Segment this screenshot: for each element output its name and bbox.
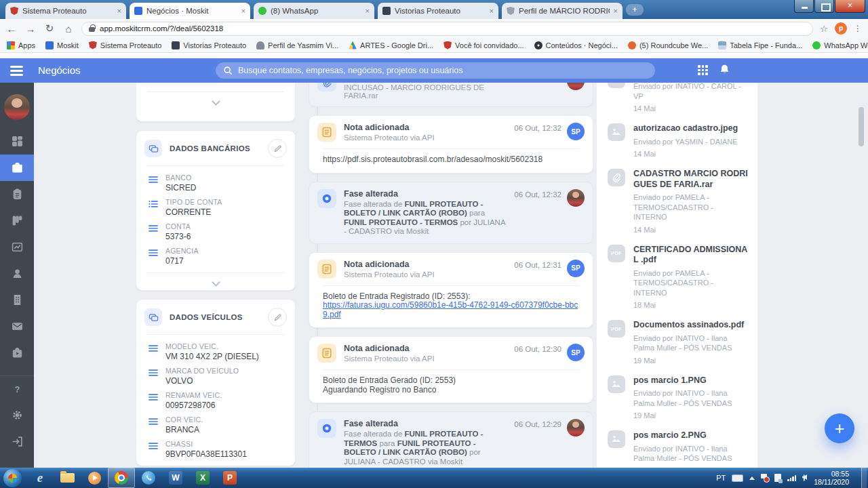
file-name[interactable]: pos marcio 1.PNG xyxy=(633,375,748,386)
apps-grid-icon[interactable] xyxy=(698,65,708,75)
browser-tab[interactable]: (8) WhatsApp× xyxy=(254,3,374,19)
file-item[interactable]: PDFDocumentos assinados.pdfEnviado por I… xyxy=(597,312,757,368)
back-icon[interactable]: ← xyxy=(5,23,18,35)
timeline-entry-fase[interactable]: Fase alteradaFase alterada de FUNIL PROT… xyxy=(309,411,593,468)
add-fab-button[interactable]: + xyxy=(825,413,854,443)
language-indicator[interactable]: PT xyxy=(716,474,726,482)
user-avatar[interactable] xyxy=(4,94,30,120)
tab-close-icon[interactable]: × xyxy=(490,7,494,15)
bookmark-item[interactable]: Tabela Fipe - Funda... xyxy=(718,41,802,49)
bookmark-item[interactable]: Perfil de Yasmim Vi... xyxy=(256,41,338,49)
field-row[interactable]: TIPO DE CONTACORRENTE xyxy=(144,198,287,217)
forward-icon[interactable]: → xyxy=(24,23,37,35)
timeline-entry-fase[interactable]: Fase alteradaFase alterada de FUNIL PROT… xyxy=(309,182,593,244)
bookmark-item[interactable]: Você foi convidado... xyxy=(443,41,524,49)
bookmark-item[interactable]: Moskit xyxy=(45,41,79,49)
taskbar-chrome-icon[interactable] xyxy=(108,468,135,488)
file-item[interactable]: pos marcio 1.PNGEnviado por INATIVO - Il… xyxy=(597,368,757,424)
bookmark-star-icon[interactable]: ☆ xyxy=(820,24,828,34)
menu-dots-icon[interactable]: ⋮ xyxy=(854,24,863,33)
keyboard-icon[interactable] xyxy=(732,474,743,482)
browser-tab[interactable]: Negócios · Moskit× xyxy=(130,3,250,19)
file-item[interactable]: CADASTRO MARCIO RODRIGUES DE FARIA.rarEn… xyxy=(597,161,757,237)
search-input[interactable] xyxy=(238,66,648,75)
action-center-flag-icon[interactable] xyxy=(761,474,768,482)
browser-tab[interactable]: Vistorias Proteauto× xyxy=(378,3,498,19)
field-row[interactable]: MARCA DO VEÍCULOVOLVO xyxy=(144,367,287,386)
tab-close-icon[interactable]: × xyxy=(241,7,245,15)
new-tab-button[interactable]: + xyxy=(626,4,644,16)
timeline-entry-note[interactable]: Nota adicionadaSistema Proteauto via API… xyxy=(309,115,593,174)
sidebar-item-reports[interactable] xyxy=(0,234,34,260)
tab-close-icon[interactable]: × xyxy=(614,7,618,15)
sidebar-item-deals[interactable] xyxy=(0,155,34,181)
taskbar-clock[interactable]: 08:55 18/11/2020 xyxy=(814,470,849,487)
network-signal-icon[interactable] xyxy=(787,475,796,481)
url-text[interactable]: app.moskitcrm.com/?/deal/5602318 xyxy=(100,24,223,33)
field-row[interactable]: AGENCIA0717 xyxy=(144,247,287,266)
chevron-down-icon[interactable] xyxy=(212,278,220,287)
edit-pencil-button[interactable] xyxy=(268,139,287,158)
file-name[interactable]: pos marcio 2.PNG xyxy=(633,430,748,441)
sidebar-item-logout[interactable] xyxy=(0,428,34,455)
field-row[interactable]: BANCOSICRED xyxy=(144,174,287,192)
sidebar-item-companies[interactable] xyxy=(0,287,34,313)
bookmark-item[interactable]: Apps xyxy=(7,41,35,49)
tray-expand-icon[interactable] xyxy=(749,476,755,480)
field-row[interactable]: MODELO VEIC.VM 310 4X2 2P (DIESEL) xyxy=(144,342,287,361)
notifications-bell-icon[interactable] xyxy=(719,64,730,78)
timeline-entry-note[interactable]: Nota adicionadaSistema Proteauto via API… xyxy=(309,336,593,403)
sidebar-item-dashboard[interactable] xyxy=(0,128,34,155)
bookmark-item[interactable]: Conteúdos · Negóci... xyxy=(534,41,618,49)
start-button[interactable] xyxy=(3,469,22,487)
close-button[interactable]: × xyxy=(835,0,865,13)
taskbar-excel-icon[interactable]: X xyxy=(189,468,216,488)
bookmark-item[interactable]: Sistema Proteauto xyxy=(89,41,162,49)
global-search[interactable] xyxy=(216,62,655,79)
sidebar-item-tasks[interactable] xyxy=(0,181,34,207)
file-item[interactable]: pos marcio 2.PNGEnviado por INATIVO - Il… xyxy=(597,423,757,468)
tray-document-icon[interactable] xyxy=(774,474,781,482)
maximize-button[interactable] xyxy=(814,0,834,13)
profile-avatar[interactable]: p xyxy=(835,22,847,35)
taskbar-phone-icon[interactable] xyxy=(135,468,162,488)
sidebar-item-products[interactable] xyxy=(0,340,34,366)
timeline-entry-file[interactable]: Arquivo adicionadoINCLUSAO - MARCIO RODR… xyxy=(309,83,593,107)
note-link[interactable]: https://faturas.iugu.com/59860b1e-415b-4… xyxy=(323,300,578,319)
file-name[interactable]: CADASTRO MARCIO RODRIGUES DE FARIA.rar xyxy=(633,169,748,190)
taskbar-word-icon[interactable]: W xyxy=(162,468,189,488)
sidebar-item-help[interactable]: ? xyxy=(0,375,34,402)
field-row[interactable]: RENAVAM VEIC.00957298706 xyxy=(144,391,287,410)
file-item-partial[interactable]: Enviado por INATIVO - CAROL - VP14 Mai xyxy=(597,83,757,116)
page-scrollbar[interactable] xyxy=(859,107,864,146)
browser-tab[interactable]: Sistema Proteauto× xyxy=(5,3,126,19)
file-item[interactable]: PDFCERTIFICADO ADMISSIONAL .pdfEnviado p… xyxy=(597,237,757,313)
file-name[interactable]: Documentos assinados.pdf xyxy=(633,320,748,331)
address-bar[interactable]: app.moskitcrm.com/?/deal/5602318 xyxy=(81,22,813,36)
sidebar-item-contacts[interactable] xyxy=(0,260,34,287)
bookmark-item[interactable]: Vistorias Proteauto xyxy=(172,41,246,49)
field-row[interactable]: COR VEIC.BRANCA xyxy=(144,415,287,434)
sidebar-item-pipeline[interactable] xyxy=(0,207,34,234)
taskbar-mediaplayer-icon[interactable] xyxy=(81,468,108,488)
reload-icon[interactable]: ↻ xyxy=(43,22,56,35)
taskbar-powerpoint-icon[interactable]: P xyxy=(216,468,243,488)
sidebar-item-settings[interactable] xyxy=(0,402,34,428)
home-icon[interactable]: ⌂ xyxy=(62,23,75,35)
edit-pencil-button[interactable] xyxy=(268,308,287,327)
file-item[interactable]: autorizacao cadastro.jpegEnviado por YAS… xyxy=(597,116,757,161)
bookmark-item[interactable]: (5) Roundcube We... xyxy=(628,41,708,49)
chevron-down-icon[interactable] xyxy=(212,97,220,106)
browser-tab[interactable]: Perfil de MÁRCIO RODRIGUES D× xyxy=(502,3,623,19)
file-name[interactable]: CERTIFICADO ADMISSIONAL .pdf xyxy=(633,245,748,266)
taskbar-explorer-icon[interactable] xyxy=(54,468,81,488)
tab-close-icon[interactable]: × xyxy=(366,7,370,15)
hamburger-menu-icon[interactable] xyxy=(10,66,23,78)
tab-close-icon[interactable]: × xyxy=(117,7,121,15)
bookmark-item[interactable]: WhatsApp Web xyxy=(812,41,868,49)
taskbar-ie-icon[interactable]: e xyxy=(26,468,54,488)
field-row[interactable]: CHASSI9BVP0F0A38E113301 xyxy=(144,440,287,459)
minimize-button[interactable] xyxy=(794,0,814,13)
field-row[interactable]: CONTA5373-6 xyxy=(144,222,287,241)
file-name[interactable]: autorizacao cadastro.jpeg xyxy=(633,123,738,134)
